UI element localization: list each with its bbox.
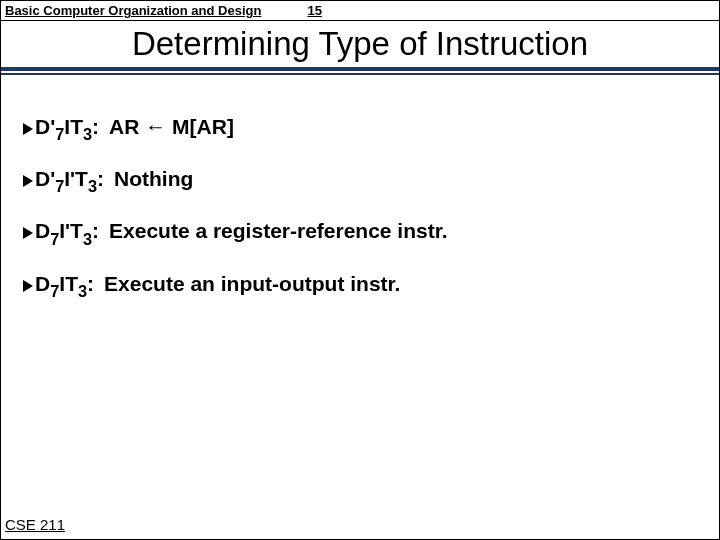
action-text: Nothing [114, 167, 193, 191]
bullet-arrow-icon [23, 123, 33, 135]
condition-expr: D7I'T3: [35, 219, 103, 247]
header-page: 15 [267, 1, 327, 20]
title-rule: Determining Type of Instruction [1, 21, 719, 71]
action-text: AR ← M[AR] [109, 115, 234, 139]
condition-expr: D7IT3: [35, 272, 98, 300]
slide-title: Determining Type of Instruction [1, 25, 719, 67]
content-area: D'7IT3: AR ← M[AR] D'7I'T3: Nothing D7I'… [1, 71, 719, 300]
action-text: Execute a register-reference instr. [109, 219, 448, 243]
bullet-item: D'7IT3: AR ← M[AR] [23, 115, 701, 143]
bullet-arrow-icon [23, 280, 33, 292]
condition-expr: D'7I'T3: [35, 167, 108, 195]
header-bar: Basic Computer Organization and Design 1… [1, 1, 719, 21]
condition-expr: D'7IT3: [35, 115, 103, 143]
footer-course-code: CSE 211 [5, 516, 65, 533]
action-text: Execute an input-output instr. [104, 272, 400, 296]
bullet-item: D'7I'T3: Nothing [23, 167, 701, 195]
bullet-item: D7IT3: Execute an input-output instr. [23, 272, 701, 300]
bullet-arrow-icon [23, 175, 33, 187]
bullet-arrow-icon [23, 227, 33, 239]
header-course: Basic Computer Organization and Design [1, 1, 267, 20]
bullet-item: D7I'T3: Execute a register-reference ins… [23, 219, 701, 247]
